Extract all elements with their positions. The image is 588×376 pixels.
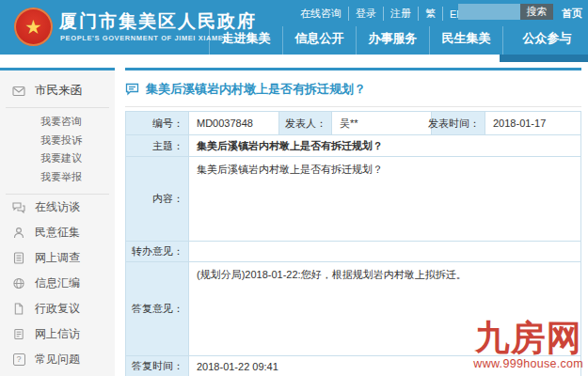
field-label-content: 内容：: [126, 157, 189, 241]
table-row: 转办意见：: [126, 241, 580, 261]
field-label-id: 编号：: [126, 112, 189, 134]
field-label-forward-opinion: 转办意见：: [126, 242, 189, 261]
main-nav: 走进集美 信息公开 办事服务 民生集美 公众参与: [209, 26, 588, 55]
search-input[interactable]: [458, 4, 520, 20]
field-label-reply-time: 答复时间：: [126, 356, 189, 376]
field-value-reply-time: 2018-01-22 09:41: [189, 356, 580, 376]
national-emblem-logo: ★: [14, 8, 53, 46]
star-icon: ★: [24, 17, 42, 37]
sidebar-item-info-compilation[interactable]: 信息汇编: [0, 271, 115, 296]
detail-table: 编号： MD0037848 发表人： 吴** 发表时间： 2018-01-17 …: [125, 111, 581, 376]
sidebar-item-opinion-collect[interactable]: 民意征集: [0, 220, 115, 245]
link-online-consult[interactable]: 在线咨询: [294, 7, 349, 21]
site-subtitle: PEOPLE'S GOVERNMENT OF JIMEI XIAMEN: [60, 34, 229, 42]
sidebar-item-online-petition[interactable]: 网上信访: [0, 321, 115, 347]
sidebar-item-label: 常见问题: [35, 352, 80, 368]
table-row: 答复意见： (规划分局)2018-01-22:您好，根据规划岩内村墩上拟拆迁。: [126, 261, 580, 355]
sidebar-item-label: 网上调查: [35, 250, 80, 266]
sidebar-item-citizen-letters[interactable]: 市民来函: [0, 70, 115, 107]
page-title: 集美后溪镇岩内村墩上是否有拆迁规划？: [146, 81, 366, 98]
field-value-id: MD0037848: [189, 112, 278, 134]
field-label-post-time: 发表时间：: [431, 112, 485, 134]
field-value-content: 集美后溪镇岩内村墩上是否有拆迁规划？: [189, 157, 580, 241]
link-traditional[interactable]: 繁: [419, 7, 443, 21]
active-nav-indicator: [500, 55, 588, 62]
table-row: 答复时间： 2018-01-22 09:41: [126, 355, 580, 376]
sidebar-item-consult[interactable]: 我要咨询: [0, 113, 115, 132]
table-row: 主题： 集美后溪镇岩内村墩上是否有拆迁规划？: [126, 134, 580, 156]
nav-item-services[interactable]: 办事服务: [356, 26, 429, 55]
nav-item-info-disclosure[interactable]: 信息公开: [282, 26, 356, 55]
sidebar-item-online-survey[interactable]: 网上调查: [0, 245, 115, 271]
sidebar-item-complain[interactable]: 我要投诉: [0, 132, 115, 150]
user-icon: [12, 227, 25, 240]
site-header: ★ 厦门市集美区人民政府 PEOPLE'S GOVERNMENT OF JIME…: [0, 0, 588, 55]
sidebar-item-label: 民意征集: [35, 225, 80, 241]
search-button[interactable]: 搜索: [520, 4, 553, 20]
sidebar-item-faq[interactable]: ? 常见问题: [0, 347, 115, 372]
field-value-subject: 集美后溪镇岩内村墩上是否有拆迁规划？: [189, 135, 580, 156]
sidebar-item-suggest[interactable]: 我要建议: [0, 149, 115, 168]
question-icon: ?: [12, 353, 25, 367]
nav-item-public-participation[interactable]: 公众参与: [502, 26, 588, 55]
field-label-author: 发表人：: [278, 112, 332, 134]
table-row: 编号： MD0037848 发表人： 吴** 发表时间： 2018-01-17: [126, 112, 580, 134]
sidebar-item-label: 在线访谈: [35, 199, 80, 215]
sidebar-sub-menu: 我要咨询 我要投诉 我要建议 我要举报: [0, 108, 115, 194]
speech-bubble-icon: [125, 83, 139, 96]
sidebar-item-online-interview[interactable]: 在线访谈: [0, 195, 115, 220]
document-icon: [12, 303, 25, 316]
field-label-subject: 主题：: [126, 135, 189, 156]
survey-icon: [12, 252, 25, 265]
globe-icon: [12, 277, 25, 290]
link-register[interactable]: 注册: [384, 7, 419, 21]
nav-item-about-jimei[interactable]: 走进集美: [209, 26, 282, 55]
nav-item-livelihood[interactable]: 民生集美: [429, 26, 502, 55]
field-value-author: 吴**: [332, 112, 431, 134]
field-label-reply-opinion: 答复意见：: [126, 262, 189, 355]
divider: [125, 106, 581, 107]
chat-icon: [12, 201, 25, 214]
table-row: 内容： 集美后溪镇岩内村墩上是否有拆迁规划？: [126, 156, 580, 241]
field-value-post-time: 2018-01-17: [485, 112, 580, 134]
sidebar-item-label: 行政复议: [35, 301, 80, 317]
sidebar: 市民来函 我要咨询 我要投诉 我要建议 我要举报 在线访谈 民意征集 网上调查 …: [0, 68, 115, 376]
envelope-icon: [12, 85, 25, 98]
sidebar-item-label: 市民来函: [35, 83, 82, 99]
sidebar-item-label: 网上信访: [35, 326, 80, 342]
mail-icon: [12, 328, 25, 341]
home-link[interactable]: 首页: [562, 7, 582, 21]
field-value-reply-opinion: (规划分局)2018-01-22:您好，根据规划岩内村墩上拟拆迁。: [189, 262, 580, 355]
main-content: 集美后溪镇岩内村墩上是否有拆迁规划？ 编号： MD0037848 发表人： 吴*…: [125, 68, 581, 376]
field-value-forward-opinion: [189, 242, 580, 261]
link-login[interactable]: 登录: [349, 7, 384, 21]
sidebar-item-report[interactable]: 我要举报: [0, 168, 115, 187]
sidebar-item-admin-review[interactable]: 行政复议: [0, 296, 115, 321]
sidebar-item-label: 信息汇编: [35, 275, 80, 291]
